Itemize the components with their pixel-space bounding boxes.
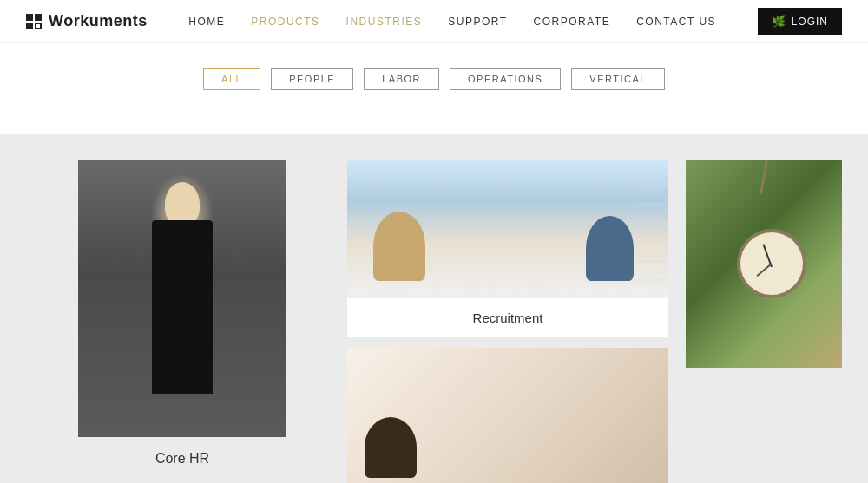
- nav-products[interactable]: PRODUCTS: [251, 16, 319, 28]
- clock-face: [737, 229, 806, 298]
- core-hr-image: [78, 160, 286, 437]
- product-card-second[interactable]: [347, 348, 668, 483]
- nav-corporate[interactable]: CORPORATE: [534, 16, 611, 28]
- recruitment-label: Recruitment: [461, 298, 556, 337]
- nav-industries[interactable]: INDUSTRIES: [346, 16, 423, 28]
- core-hr-label: Core HR: [155, 451, 209, 467]
- login-label: LOGIN: [792, 16, 828, 28]
- product-card-core-hr[interactable]: Core HR: [17, 160, 339, 483]
- meeting-figure: [347, 160, 668, 298]
- nav-home[interactable]: HOME: [188, 16, 225, 28]
- nav-contact[interactable]: CONTACT US: [636, 16, 716, 28]
- laptop-figure: [347, 348, 668, 483]
- filter-bar: ALL PEOPLE LABOR OPERATIONS VERTICAL: [0, 43, 868, 108]
- filter-people[interactable]: PEOPLE: [271, 68, 353, 90]
- middle-column: Recruitment: [339, 160, 677, 483]
- woman-figure: [78, 160, 286, 437]
- logo-icon: [26, 14, 42, 29]
- logo[interactable]: Workuments: [26, 12, 148, 30]
- window-decoration: [634, 160, 668, 298]
- clock-image: [686, 160, 842, 368]
- chain-decoration: [760, 160, 768, 194]
- nav-support[interactable]: SUPPORT: [448, 16, 507, 28]
- filter-labor[interactable]: LABOR: [364, 68, 439, 90]
- filter-all[interactable]: ALL: [203, 68, 260, 90]
- main-nav: HOME PRODUCTS INDUSTRIES SUPPORT CORPORA…: [188, 16, 716, 28]
- header: Workuments HOME PRODUCTS INDUSTRIES SUPP…: [0, 0, 868, 43]
- recruitment-image: [347, 160, 668, 298]
- spacer: [0, 108, 868, 134]
- product-card-recruitment[interactable]: Recruitment: [347, 160, 668, 337]
- logo-text: Workuments: [49, 12, 148, 30]
- filter-vertical[interactable]: VERTICAL: [571, 68, 665, 90]
- filter-operations[interactable]: OPERATIONS: [450, 68, 561, 90]
- second-product-image: [347, 348, 668, 483]
- leaf-icon: 🌿: [772, 15, 786, 28]
- login-button[interactable]: 🌿 LOGIN: [758, 8, 842, 35]
- products-grid: Core HR Recruitment: [0, 134, 868, 483]
- product-card-clock[interactable]: [686, 160, 842, 368]
- right-column: [677, 160, 851, 483]
